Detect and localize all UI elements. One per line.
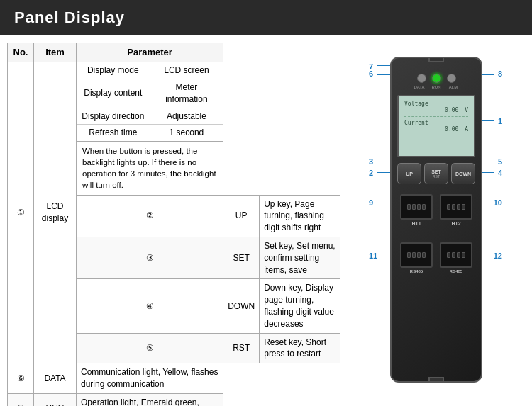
hole: [447, 252, 450, 258]
backlight-note: When the button is pressed, the backligh…: [77, 142, 223, 195]
ht1-connector: [400, 194, 433, 220]
row-param-set: Set key, Set menu, confirm setting items…: [260, 237, 340, 278]
rs485-left-holes: [407, 252, 426, 258]
subrow-value-display-content: Meter information: [150, 79, 223, 108]
row-item-rst: RST: [223, 333, 260, 363]
callout-2: 2: [369, 169, 373, 177]
lcd-display: Voltage 0.00 V Current 0.00 A: [397, 95, 475, 157]
row-param-up: Up key, Page turning, flashing digit shi…: [260, 195, 340, 237]
callout-4: 4: [498, 169, 502, 177]
callout-5: 5: [498, 157, 502, 166]
bottom-connector: [428, 377, 444, 383]
callout-3: 3: [369, 157, 373, 166]
down-button[interactable]: DOWN: [451, 163, 475, 184]
hole: [452, 252, 455, 258]
data-light: [417, 74, 426, 83]
table-row: ① LCDdisplay Display mode LCD screen Dis…: [8, 62, 340, 142]
page-header: Panel Display: [0, 0, 532, 35]
rs485-right-holes: [447, 252, 465, 258]
table-section: No. Item Parameter ① LCDdisplay Displa: [7, 43, 340, 406]
hole: [457, 204, 460, 210]
rst-sublabel: RST: [433, 174, 440, 179]
row-no-1: ①: [8, 62, 34, 363]
rs485-right-label: RS485: [450, 269, 462, 274]
subrow-display-direction: Display direction Adjustable: [77, 108, 223, 125]
page-wrapper: Panel Display No. Item Parameter ① LCDdi…: [0, 0, 532, 406]
ht2-label: HT2: [451, 221, 460, 226]
row-no-7: ⑦: [8, 393, 34, 406]
table-row-run: ⑦ RUN Operation light, Emerald green, fl…: [8, 393, 340, 406]
callout-12: 12: [494, 252, 502, 260]
ht1-label: HT1: [411, 221, 421, 226]
callout-1: 1: [498, 117, 502, 125]
hole: [452, 204, 455, 210]
rs485-left-label: RS485: [410, 269, 423, 274]
row-item-run: RUN: [34, 393, 77, 406]
ht2-connector: [440, 194, 472, 220]
callout-8: 8: [498, 69, 502, 78]
hole: [417, 204, 421, 210]
device-diagram: 7 6 8 1 3 2 5: [369, 50, 504, 390]
subrow-label-display-content: Display content: [77, 79, 150, 108]
lcd-voltage-value: 0.00 V: [404, 107, 468, 113]
callout-11: 11: [369, 252, 377, 260]
set-button[interactable]: SET RST: [424, 163, 448, 184]
device-section: 7 6 8 1 3 2 5: [348, 43, 525, 406]
hole: [417, 252, 421, 258]
lcd-voltage-number: 0.00: [445, 107, 458, 113]
callout-6: 6: [369, 69, 373, 78]
hole: [447, 204, 450, 210]
run-label: RUN: [429, 85, 443, 89]
subrow-label-display-direction: Display direction: [77, 108, 150, 125]
col-header-item: Item: [34, 43, 77, 62]
hole: [412, 252, 416, 258]
indicator-labels-row: DATA RUN ALM: [392, 85, 481, 89]
hole: [462, 204, 465, 210]
row-no-2: ②: [77, 195, 223, 237]
hole: [422, 204, 426, 210]
ht2-holes: [447, 204, 465, 210]
row-param-data: Communication light, Yellow, flashes dur…: [77, 363, 223, 394]
col-header-param: Parameter: [77, 43, 223, 62]
data-label: DATA: [412, 85, 426, 89]
lcd-line-voltage: Voltage 0.00 V: [404, 101, 468, 117]
row-no-3: ③: [77, 237, 223, 278]
lcd-current-value: 0.00 A: [404, 126, 468, 132]
row-no-5: ⑤: [77, 333, 223, 363]
subrow-display-content: Display content Meter information: [77, 79, 223, 108]
subrow-value-display-mode: LCD screen: [150, 62, 223, 79]
rs485-right-connector: [440, 242, 472, 268]
up-button-label: UP: [406, 171, 413, 176]
col-header-no: No.: [8, 43, 34, 62]
up-button[interactable]: UP: [397, 163, 421, 184]
ht1-port-block: HT1: [398, 194, 435, 226]
hole: [422, 252, 426, 258]
lcd-current-number: 0.00: [445, 126, 458, 132]
subrow-display-mode: Display mode LCD screen: [77, 62, 223, 79]
top-connector: [428, 57, 444, 62]
lcd-current-label: Current: [404, 120, 468, 126]
alm-light: [447, 74, 456, 83]
subrow-value-display-direction: Adjustable: [150, 108, 223, 125]
row-param-run: Operation light, Emerald green, flashes …: [77, 393, 223, 406]
hole: [407, 204, 411, 210]
lcd-current-unit: A: [465, 126, 468, 132]
row-param-down: Down key, Display page turning, flashing…: [260, 279, 340, 333]
rs485-right-block: RS485: [438, 242, 475, 274]
buttons-row: UP SET RST DOWN: [395, 163, 477, 184]
rs485-left-block: RS485: [398, 242, 435, 274]
row-no-4: ④: [77, 279, 223, 333]
set-button-label: SET: [431, 169, 441, 174]
page-title: Panel Display: [14, 9, 125, 26]
subrow-value-refresh-time: 1 second: [150, 125, 223, 141]
hole: [457, 252, 460, 258]
indicator-lights-row: [392, 74, 481, 83]
lcd-voltage-label: Voltage: [404, 101, 468, 107]
ht2-port-block: HT2: [438, 194, 475, 226]
ht-ports-row: HT1 HT2: [395, 194, 477, 226]
rs485-left-connector: [400, 242, 433, 268]
subrow-refresh-time: Refresh time 1 second: [77, 125, 223, 141]
row-param-rst: Reset key, Short press to restart: [260, 333, 340, 363]
row-item-down: DOWN: [223, 279, 260, 333]
content-area: No. Item Parameter ① LCDdisplay Displa: [0, 35, 532, 406]
